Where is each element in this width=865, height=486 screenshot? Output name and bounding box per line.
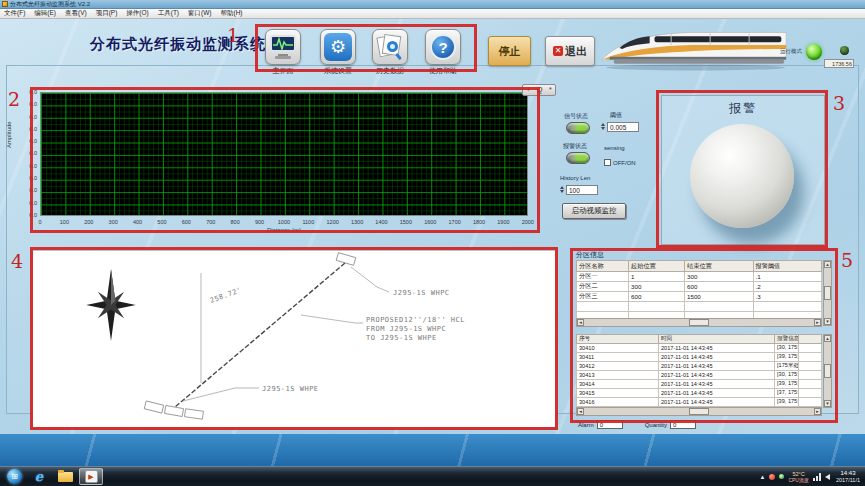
partition-hscrollbar[interactable]: ◄ ► <box>576 318 822 327</box>
partition-table[interactable]: 分区名称起始位置结束位置报警阈值 分区一 1 300 .1 分区二 300 60… <box>576 260 822 322</box>
history-len-input[interactable]: 100 <box>560 184 598 195</box>
alarm-log-table[interactable]: 序号时间报警信息 30410 2017-11-01 14:43:45 [30, … <box>576 334 822 416</box>
spinner-arrows-icon[interactable] <box>601 123 606 130</box>
exit-button[interactable]: ✕ 退出 <box>545 36 595 66</box>
log-message-cell[interactable]: [175米处触发分区：分区一] <box>775 362 799 371</box>
tray-status-icon[interactable] <box>779 474 784 479</box>
menu-item[interactable]: 操作(O) <box>126 9 148 18</box>
partition-threshold-cell[interactable]: .1 <box>753 272 822 282</box>
log-column-header[interactable]: 时间 <box>659 335 775 344</box>
graph-tool-icon[interactable]: * <box>549 86 552 94</box>
log-seq-cell[interactable]: 30410 <box>577 344 659 353</box>
partition-start-cell[interactable]: 1 <box>629 272 685 282</box>
toolbar-button-help[interactable]: ? <box>425 29 461 65</box>
log-message-cell[interactable]: [37, 175米处触发分区：分区一] <box>775 389 799 398</box>
log-time-cell[interactable]: 2017-11-01 14:43:45 <box>659 344 775 353</box>
graph-tool-icon[interactable]: Q <box>537 86 542 94</box>
menu-item[interactable]: 项目(P) <box>96 9 118 18</box>
sensing-checkbox[interactable]: OFF/ON <box>604 153 636 171</box>
alarm-log-row[interactable]: 30413 2017-11-01 14:43:45 [30, 175米处触发分区… <box>577 371 822 380</box>
speaker-icon[interactable] <box>825 474 830 480</box>
partition-column-header[interactable]: 分区名称 <box>577 261 629 272</box>
partition-end-cell[interactable]: 600 <box>685 282 754 292</box>
log-extra-cell[interactable] <box>798 362 822 371</box>
partition-table-row[interactable] <box>577 302 822 312</box>
log-extra-cell[interactable] <box>798 371 822 380</box>
partition-start-cell[interactable] <box>629 302 685 312</box>
menu-item[interactable]: 工具(T) <box>158 9 179 18</box>
indicator-value[interactable]: 0 <box>670 420 696 429</box>
log-time-cell[interactable]: 2017-11-01 14:43:45 <box>659 389 775 398</box>
log-message-cell[interactable]: [39, 175米处触发分区：分区一] <box>775 353 799 362</box>
scroll-right-icon[interactable]: ► <box>814 319 821 326</box>
menu-item[interactable]: 查看(V) <box>65 9 87 18</box>
start-button[interactable]: ⊞ <box>7 469 22 484</box>
partition-name-cell[interactable]: 分区一 <box>577 272 629 282</box>
log-extra-cell[interactable] <box>798 398 822 407</box>
log-extra-cell[interactable] <box>798 389 822 398</box>
log-seq-cell[interactable]: 30415 <box>577 389 659 398</box>
toolbar-button-history[interactable] <box>372 29 408 65</box>
spinner-arrows-icon[interactable] <box>560 186 565 193</box>
log-time-cell[interactable]: 2017-11-01 14:43:45 <box>659 380 775 389</box>
alarm-log-row[interactable]: 30414 2017-11-01 14:43:45 [39, 175米处触发分区… <box>577 380 822 389</box>
scroll-down-icon[interactable]: ▼ <box>824 400 831 407</box>
log-extra-cell[interactable] <box>798 353 822 362</box>
partition-name-cell[interactable] <box>577 302 629 312</box>
scroll-right-icon[interactable]: ► <box>814 408 821 415</box>
log-message-cell[interactable]: [30, 175米处触发分区：分区一] <box>775 344 799 353</box>
toolbar-button-main[interactable] <box>265 29 301 65</box>
log-seq-cell[interactable]: 30416 <box>577 398 659 407</box>
scroll-left-icon[interactable]: ◄ <box>577 319 584 326</box>
partition-table-row[interactable]: 分区三 600 1500 .3 <box>577 292 822 302</box>
indicator-value[interactable]: 0 <box>597 420 623 429</box>
log-seq-cell[interactable]: 30412 <box>577 362 659 371</box>
scrollbar-thumb[interactable] <box>689 319 709 326</box>
scroll-up-icon[interactable]: ▲ <box>824 335 831 342</box>
scrollbar-thumb[interactable] <box>824 364 831 378</box>
log-column-header[interactable]: 序号 <box>577 335 659 344</box>
log-message-cell[interactable]: [30, 175米处触发分区：分区一] <box>775 371 799 380</box>
partition-end-cell[interactable]: 1500 <box>685 292 754 302</box>
log-column-header[interactable] <box>798 335 822 344</box>
partition-end-cell[interactable] <box>685 302 754 312</box>
log-hscrollbar[interactable]: ◄ ► <box>576 407 822 416</box>
partition-threshold-cell[interactable] <box>753 302 822 312</box>
log-vscrollbar[interactable]: ▲ ▼ <box>823 334 832 408</box>
partition-start-cell[interactable]: 600 <box>629 292 685 302</box>
menu-item[interactable]: 文件(F) <box>4 9 25 18</box>
partition-threshold-cell[interactable]: .2 <box>753 282 822 292</box>
partition-vscrollbar[interactable]: ▲ ▼ <box>823 260 832 326</box>
log-extra-cell[interactable] <box>798 344 822 353</box>
menu-item[interactable]: 编辑(E) <box>34 9 56 18</box>
taskbar-explorer-button[interactable] <box>53 468 77 485</box>
threshold-input[interactable]: 0.005 <box>601 121 639 132</box>
log-extra-cell[interactable] <box>798 380 822 389</box>
tray-alert-icon[interactable] <box>769 474 775 480</box>
menu-item[interactable]: 窗口(W) <box>188 9 211 18</box>
history-len-value[interactable]: 100 <box>566 185 598 195</box>
log-time-cell[interactable]: 2017-11-01 14:43:45 <box>659 362 775 371</box>
threshold-value[interactable]: 0.005 <box>607 122 639 132</box>
log-time-cell[interactable]: 2017-11-01 14:43:45 <box>659 398 775 407</box>
partition-name-cell[interactable]: 分区三 <box>577 292 629 302</box>
log-time-cell[interactable]: 2017-11-01 14:43:45 <box>659 353 775 362</box>
start-video-button[interactable]: 启动视频监控 <box>562 203 626 219</box>
log-column-header[interactable]: 报警信息 <box>775 335 799 344</box>
taskbar-clock[interactable]: 14:43 2017/11/1 <box>836 470 860 484</box>
partition-table-row[interactable]: 分区二 300 600 .2 <box>577 282 822 292</box>
alarm-log-row[interactable]: 30416 2017-11-01 14:43:45 [39, 175米处触发分区… <box>577 398 822 407</box>
log-seq-cell[interactable]: 30411 <box>577 353 659 362</box>
log-seq-cell[interactable]: 30413 <box>577 371 659 380</box>
partition-name-cell[interactable]: 分区二 <box>577 282 629 292</box>
network-icon[interactable] <box>813 473 821 481</box>
alarm-log-row[interactable]: 30415 2017-11-01 14:43:45 [37, 175米处触发分区… <box>577 389 822 398</box>
scrollbar-thumb[interactable] <box>824 286 831 300</box>
graph-tool-icon[interactable]: + <box>526 86 530 94</box>
stop-button[interactable]: 停止 <box>488 36 531 66</box>
partition-column-header[interactable]: 报警阈值 <box>753 261 822 272</box>
log-message-cell[interactable]: [39, 175米处触发分区：分区一] <box>775 380 799 389</box>
partition-start-cell[interactable]: 300 <box>629 282 685 292</box>
partition-column-header[interactable]: 起始位置 <box>629 261 685 272</box>
alarm-log-row[interactable]: 30410 2017-11-01 14:43:45 [30, 175米处触发分区… <box>577 344 822 353</box>
